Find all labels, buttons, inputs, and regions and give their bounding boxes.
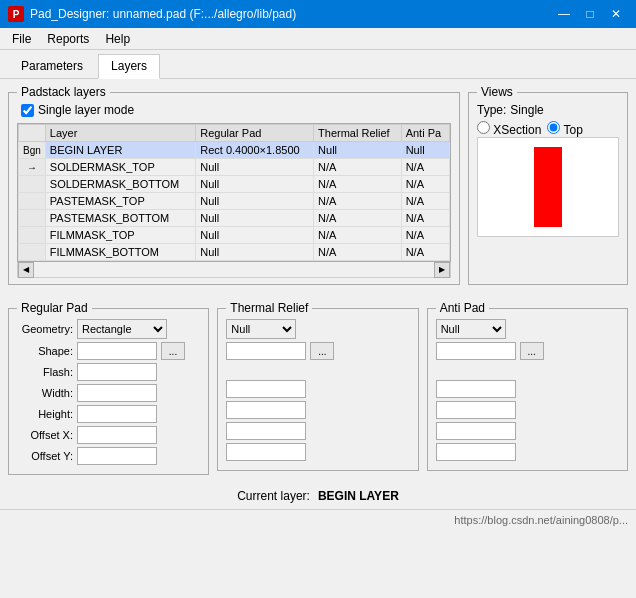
table-row[interactable]: SOLDERMASK_BOTTOM Null N/A N/A (19, 176, 450, 193)
anti-browse-button[interactable]: ... (520, 342, 544, 360)
row-layer: FILMMASK_BOTTOM (45, 244, 195, 261)
width-input[interactable]: 0.4000 (77, 384, 157, 402)
radio-top[interactable] (547, 121, 560, 134)
anti-h1-row: 0.0000 (436, 401, 619, 419)
anti-geometry-select[interactable]: Null (436, 319, 506, 339)
anti-h2-input[interactable]: 0.0000 (436, 422, 516, 440)
menu-help[interactable]: Help (97, 30, 138, 48)
offset-y-label: Offset Y: (17, 450, 73, 462)
menu-reports[interactable]: Reports (39, 30, 97, 48)
title-bar-left: P Pad_Designer: unnamed.pad (F:.../alleg… (8, 6, 296, 22)
row-layer: FILMMASK_TOP (45, 227, 195, 244)
row-layer: PASTEMASK_TOP (45, 193, 195, 210)
thermal-shape-input[interactable] (226, 342, 306, 360)
row-indicator (19, 244, 46, 261)
table-row[interactable]: Bgn BEGIN LAYER Rect 0.4000×1.8500 Null … (19, 142, 450, 159)
row-layer: SOLDERMASK_TOP (45, 159, 195, 176)
row-indicator: Bgn (19, 142, 46, 159)
row-indicator (19, 210, 46, 227)
tab-layers[interactable]: Layers (98, 54, 160, 79)
row-anti: N/A (401, 176, 449, 193)
col-layer: Layer (45, 125, 195, 142)
row-regular-pad: Null (196, 176, 314, 193)
horizontal-scrollbar[interactable]: ◀ ▶ (17, 262, 451, 278)
scroll-right[interactable]: ▶ (434, 262, 450, 278)
thermal-width-input[interactable]: 0.0000 (226, 380, 306, 398)
pad-preview (534, 147, 562, 227)
radio-xsection-label[interactable]: XSection (477, 121, 541, 137)
title-bar: P Pad_Designer: unnamed.pad (F:.../alleg… (0, 0, 636, 28)
radio-top-label[interactable]: Top (547, 121, 582, 137)
padstack-layers-group: Padstack layers Single layer mode Layer … (8, 85, 460, 285)
layers-table: Layer Regular Pad Thermal Relief Anti Pa… (18, 124, 450, 261)
row-layer: PASTEMASK_BOTTOM (45, 210, 195, 227)
height-label: Height: (17, 408, 73, 420)
tabs-bar: Parameters Layers (0, 50, 636, 79)
table-row[interactable]: FILMMASK_TOP Null N/A N/A (19, 227, 450, 244)
table-row[interactable]: PASTEMASK_BOTTOM Null N/A N/A (19, 210, 450, 227)
thermal-browse-button[interactable]: ... (310, 342, 334, 360)
shape-label: Shape: (17, 345, 73, 357)
row-thermal: N/A (314, 159, 402, 176)
thermal-h1-row: 0.0000 (226, 401, 409, 419)
menu-file[interactable]: File (4, 30, 39, 48)
padstack-layers-title: Padstack layers (17, 85, 110, 99)
table-row[interactable]: FILMMASK_BOTTOM Null N/A N/A (19, 244, 450, 261)
single-layer-mode-row: Single layer mode (21, 103, 451, 117)
thermal-relief-title: Thermal Relief (226, 301, 312, 315)
row-thermal: N/A (314, 176, 402, 193)
anti-h1-input[interactable]: 0.0000 (436, 401, 516, 419)
row-layer: SOLDERMASK_BOTTOM (45, 176, 195, 193)
anti-h3-row: 0.0000 (436, 443, 619, 461)
row-anti: N/A (401, 159, 449, 176)
layers-table-container: Layer Regular Pad Thermal Relief Anti Pa… (17, 123, 451, 262)
offset-x-label: Offset X: (17, 429, 73, 441)
anti-width-row: 0.0000 (436, 380, 619, 398)
offset-x-input[interactable]: 0.0000 (77, 426, 157, 444)
row-thermal: N/A (314, 193, 402, 210)
single-layer-mode-checkbox[interactable] (21, 104, 34, 117)
col-thermal: Thermal Relief (314, 125, 402, 142)
thermal-geometry-select[interactable]: Null (226, 319, 296, 339)
thermal-h2-input[interactable]: 0.0000 (226, 422, 306, 440)
view-canvas (477, 137, 619, 237)
row-anti: N/A (401, 244, 449, 261)
table-row[interactable]: → SOLDERMASK_TOP Null N/A N/A (19, 159, 450, 176)
flash-input[interactable] (77, 363, 157, 381)
type-label: Type: (477, 103, 506, 117)
anti-width-input[interactable]: 0.0000 (436, 380, 516, 398)
window-controls: — □ ✕ (552, 4, 628, 24)
offset-y-input[interactable]: 0.0000 (77, 447, 157, 465)
radio-xsection[interactable] (477, 121, 490, 134)
anti-shape-input[interactable] (436, 342, 516, 360)
row-indicator (19, 176, 46, 193)
flash-row: Flash: (17, 363, 200, 381)
width-row: Width: 0.4000 (17, 384, 200, 402)
shape-browse-button[interactable]: ... (161, 342, 185, 360)
row-thermal: Null (314, 142, 402, 159)
table-row[interactable]: PASTEMASK_TOP Null N/A N/A (19, 193, 450, 210)
offset-y-row: Offset Y: 0.0000 (17, 447, 200, 465)
shape-input[interactable] (77, 342, 157, 360)
geometry-label: Geometry: (17, 323, 73, 335)
close-button[interactable]: ✕ (604, 4, 628, 24)
col-regular-pad: Regular Pad (196, 125, 314, 142)
anti-h2-row: 0.0000 (436, 422, 619, 440)
status-bar: https://blog.csdn.net/aining0808/p... (0, 509, 636, 529)
minimize-button[interactable]: — (552, 4, 576, 24)
height-input[interactable]: 1.8500 (77, 405, 157, 423)
anti-h3-input[interactable]: 0.0000 (436, 443, 516, 461)
views-group: Views Type: Single XSection Top (468, 85, 628, 285)
thermal-h1-input[interactable]: 0.0000 (226, 401, 306, 419)
anti-pad-title: Anti Pad (436, 301, 489, 315)
maximize-button[interactable]: □ (578, 4, 602, 24)
geometry-select[interactable]: Rectangle Square Circle Oblong (77, 319, 167, 339)
anti-pad-group: Anti Pad Null ... 0.0000 0.0000 0.0000 0… (427, 301, 628, 471)
type-value: Single (510, 103, 543, 117)
thermal-h3-input[interactable]: 0.0000 (226, 443, 306, 461)
row-regular-pad: Null (196, 159, 314, 176)
tab-parameters[interactable]: Parameters (8, 54, 96, 78)
scroll-left[interactable]: ◀ (18, 262, 34, 278)
thermal-h2-row: 0.0000 (226, 422, 409, 440)
scroll-track[interactable] (34, 264, 434, 276)
